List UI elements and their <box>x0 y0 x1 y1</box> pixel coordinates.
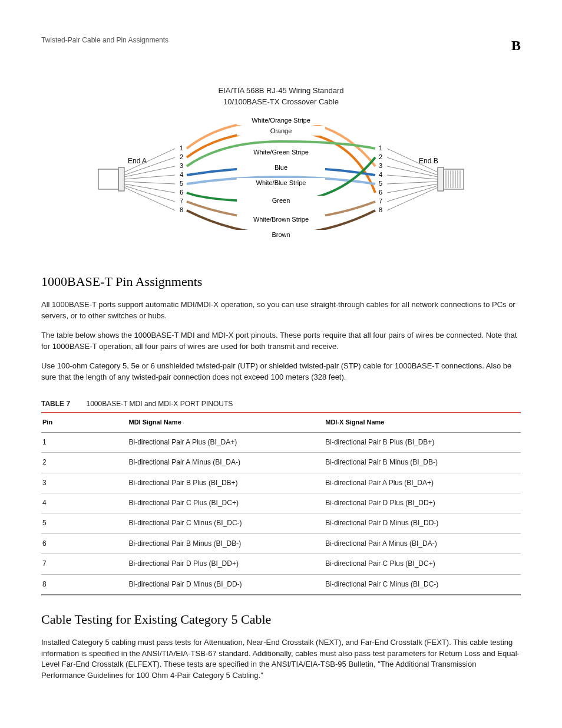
svg-rect-3 <box>438 167 444 191</box>
end-b-label: End B <box>419 157 438 165</box>
table-cell: Bi-directional Pair B Plus (BI_DB+) <box>128 473 325 493</box>
pin-numbers-left: 1 2 3 4 5 6 7 8 <box>180 144 183 213</box>
section1-para2: The table below shows the 1000BASE-T MDI… <box>41 330 521 353</box>
svg-line-13 <box>124 166 175 177</box>
section2-para1: Installed Category 5 cabling must pass t… <box>41 637 521 681</box>
table-row: 2Bi-directional Pair A Minus (BI_DA-)Bi-… <box>41 453 521 473</box>
svg-text:6: 6 <box>379 189 382 196</box>
rj45-connector-b-icon <box>438 167 464 191</box>
svg-text:7: 7 <box>180 197 183 205</box>
table-row: 8Bi-directional Pair D Minus (BI_DD-)Bi-… <box>41 574 521 595</box>
pin-numbers-right: 1 2 3 4 5 6 7 8 <box>379 144 382 213</box>
svg-text:2: 2 <box>379 153 382 160</box>
svg-text:5: 5 <box>180 180 183 187</box>
svg-text:Brown: Brown <box>272 231 290 238</box>
svg-text:Orange: Orange <box>270 127 292 134</box>
svg-line-21 <box>387 166 438 177</box>
svg-text:8: 8 <box>180 206 183 213</box>
table-cell: 4 <box>41 493 128 513</box>
table-cell: Bi-directional Pair D Minus (BI_DD-) <box>324 513 521 533</box>
table-cell: Bi-directional Pair B Minus (BI_DB-) <box>324 453 521 473</box>
pinout-table: Pin MDI Signal Name MDI-X Signal Name 1B… <box>41 412 521 595</box>
section1-para1: All 1000BASE-T ports support automatic M… <box>41 299 521 322</box>
section-heading-cable-testing: Cable Testing for Existing Category 5 Ca… <box>41 610 521 629</box>
header-section-title: Twisted-Pair Cable and Pin Assignments <box>41 35 168 45</box>
table-title: 1000BASE-T MDI and MDI-X PORT PINOUTS <box>86 400 233 408</box>
table-header-row: Pin MDI Signal Name MDI-X Signal Name <box>41 413 521 432</box>
th-mdix: MDI-X Signal Name <box>324 413 521 432</box>
table-cell: 3 <box>41 473 128 493</box>
svg-line-14 <box>124 175 175 179</box>
table-cell: 5 <box>41 513 128 533</box>
svg-text:3: 3 <box>379 162 382 169</box>
section-heading-1000base-t: 1000BASE-T Pin Assignments <box>41 272 521 291</box>
end-a-label: End A <box>128 157 147 165</box>
table-cell: Bi-directional Pair C Plus (BI_DC+) <box>128 493 325 513</box>
rj45-connector-a-icon <box>98 167 124 191</box>
table-row: 3Bi-directional Pair B Plus (BI_DB+)Bi-d… <box>41 473 521 493</box>
table-cell: Bi-directional Pair A Minus (BI_DA-) <box>128 453 325 473</box>
svg-line-22 <box>387 175 438 179</box>
table-cell: 1 <box>41 432 128 452</box>
svg-rect-0 <box>98 169 118 189</box>
th-mdi: MDI Signal Name <box>128 413 325 432</box>
table-row: 7Bi-directional Pair D Plus (BI_DD+)Bi-d… <box>41 554 521 574</box>
table-cell: Bi-directional Pair A Plus (BI_DA+) <box>128 432 325 452</box>
svg-text:4: 4 <box>379 171 382 178</box>
section1-para3: Use 100-ohm Category 5, 5e or 6 unshield… <box>41 361 521 383</box>
svg-line-23 <box>387 182 438 184</box>
table-cell: Bi-directional Pair C Minus (BI_DC-) <box>128 513 325 533</box>
svg-text:4: 4 <box>180 171 183 178</box>
table-cell: Bi-directional Pair C Plus (BI_DC+) <box>324 554 521 574</box>
th-pin: Pin <box>41 413 128 432</box>
svg-text:Blue: Blue <box>275 164 287 171</box>
svg-text:White/Orange Stripe: White/Orange Stripe <box>252 117 310 124</box>
table-cell: 7 <box>41 554 128 574</box>
table-caption: TABLE 7 1000BASE-T MDI and MDI-X PORT PI… <box>41 399 521 409</box>
header-appendix-letter: B <box>511 35 521 56</box>
svg-line-15 <box>124 182 175 184</box>
svg-text:2: 2 <box>180 153 183 160</box>
table-cell: 8 <box>41 574 128 595</box>
table-cell: Bi-directional Pair C Minus (BI_DC-) <box>324 574 521 595</box>
table-cell: Bi-directional Pair D Plus (BI_DD+) <box>324 493 521 513</box>
table-cell: 2 <box>41 453 128 473</box>
page-header: Twisted-Pair Cable and Pin Assignments B <box>41 35 521 56</box>
svg-text:8: 8 <box>379 206 382 213</box>
svg-text:Green: Green <box>272 197 290 204</box>
svg-text:1: 1 <box>180 144 183 151</box>
table-cell: Bi-directional Pair B Plus (BI_DB+) <box>324 432 521 452</box>
table-cell: Bi-directional Pair D Minus (BI_DD-) <box>128 574 325 595</box>
table-row: 4Bi-directional Pair C Plus (BI_DC+)Bi-d… <box>41 493 521 513</box>
diagram-caption-line2: 10/100BASE-TX Crossover Cable <box>223 97 339 106</box>
table-cell: Bi-directional Pair D Plus (BI_DD+) <box>128 554 325 574</box>
table-row: 5Bi-directional Pair C Minus (BI_DC-)Bi-… <box>41 513 521 533</box>
svg-text:7: 7 <box>379 197 382 205</box>
table-row: 1Bi-directional Pair A Plus (BI_DA+)Bi-d… <box>41 432 521 452</box>
svg-text:6: 6 <box>180 189 183 196</box>
table-cell: Bi-directional Pair B Minus (BI_DB-) <box>128 533 325 554</box>
svg-text:1: 1 <box>379 144 382 151</box>
table-label: TABLE 7 <box>41 400 70 408</box>
diagram-caption-line1: EIA/TIA 568B RJ-45 Wiring Standard <box>218 86 343 95</box>
table-cell: Bi-directional Pair A Plus (BI_DA+) <box>324 473 521 493</box>
table-row: 6Bi-directional Pair B Minus (BI_DB-)Bi-… <box>41 533 521 554</box>
svg-rect-2 <box>444 169 464 189</box>
svg-text:3: 3 <box>180 162 183 169</box>
crossover-cable-diagram: End A End B 1 2 3 4 5 6 7 8 1 <box>92 113 470 255</box>
svg-rect-1 <box>118 167 124 191</box>
svg-text:White/Green Stripe: White/Green Stripe <box>253 149 309 156</box>
svg-text:5: 5 <box>379 180 382 187</box>
svg-text:White/Brown Stripe: White/Brown Stripe <box>253 216 309 223</box>
svg-text:White/Blue Stripe: White/Blue Stripe <box>256 179 306 186</box>
diagram-caption: EIA/TIA 568B RJ-45 Wiring Standard 10/10… <box>41 85 521 108</box>
table-cell: Bi-directional Pair A Minus (BI_DA-) <box>324 533 521 554</box>
table-cell: 6 <box>41 533 128 554</box>
